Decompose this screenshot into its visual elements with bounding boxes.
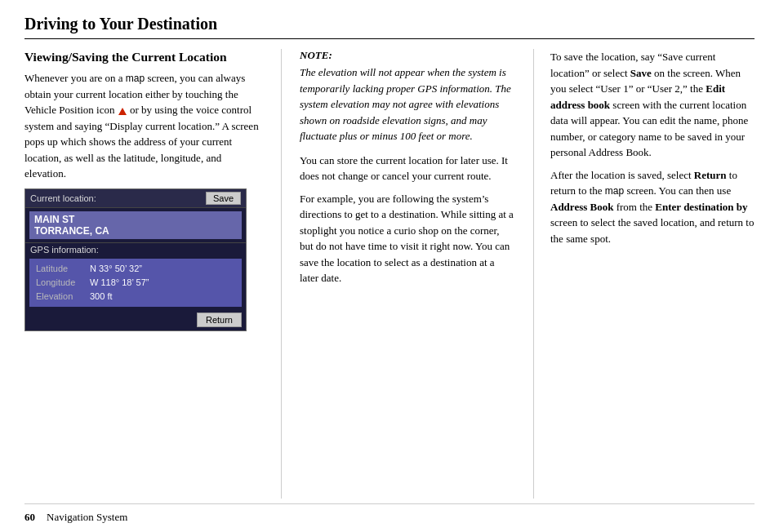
- nav-screen-footer: Return: [25, 309, 246, 330]
- mid-para2: For example, you are following the syste…: [300, 191, 515, 286]
- right-para1: To save the location, say “Save current …: [550, 49, 755, 161]
- elevation-val: 300 ft: [90, 290, 113, 304]
- location-line2: TORRANCE, CA: [34, 225, 237, 237]
- mid-column: NOTE: The elevation will not appear when…: [285, 49, 530, 499]
- nav-save-button[interactable]: Save: [206, 192, 241, 205]
- mid-para1: You can store the current location for l…: [300, 153, 515, 184]
- enter-dest-bold: Enter destination by: [655, 201, 747, 213]
- content-columns: Viewing/Saving the Current Location When…: [24, 49, 755, 499]
- nav-screen-header: Current location: Save: [25, 189, 246, 208]
- nav-return-button[interactable]: Return: [197, 313, 242, 327]
- latitude-val: N 33° 50’ 32”: [90, 262, 142, 276]
- nav-gps-data: Latitude N 33° 50’ 32” Longitude W 118° …: [29, 259, 242, 307]
- return-bold: Return: [694, 169, 727, 181]
- vehicle-position-icon: [118, 108, 127, 115]
- nav-location-box: MAIN ST TORRANCE, CA: [29, 211, 242, 239]
- elevation-row: Elevation 300 ft: [36, 290, 235, 304]
- longitude-row: Longitude W 118° 18’ 57”: [36, 276, 235, 290]
- note-text: The elevation will not appear when the s…: [300, 64, 515, 144]
- right-para2: After the location is saved, select Retu…: [550, 167, 755, 247]
- left-para1-a: Whenever you are on a: [24, 72, 126, 84]
- footer-nav-label: Navigation System: [47, 511, 127, 524]
- longitude-val: W 118° 18’ 57”: [90, 276, 149, 290]
- latitude-row: Latitude N 33° 50’ 32”: [36, 262, 235, 276]
- elevation-key: Elevation: [36, 290, 83, 304]
- location-line1: MAIN ST: [34, 214, 237, 225]
- page-number: 60: [24, 511, 35, 524]
- address-book-bold: Address Book: [550, 201, 613, 213]
- page-footer: 60 Navigation System: [24, 503, 755, 524]
- right-p2d: from the: [613, 201, 655, 213]
- left-column: Viewing/Saving the Current Location When…: [24, 49, 278, 499]
- save-bold: Save: [630, 67, 652, 79]
- right-p2a: After the location is saved, select: [550, 169, 694, 181]
- current-location-label: Current location:: [30, 193, 96, 203]
- right-p2e: screen to select the saved location, and…: [550, 216, 754, 245]
- nav-screen: Current location: Save MAIN ST TORRANCE,…: [24, 188, 247, 331]
- column-divider: [281, 49, 282, 499]
- section-title: Viewing/Saving the Current Location: [24, 49, 261, 64]
- right-column: To save the location, say “Save current …: [537, 49, 755, 499]
- gps-header: GPS information:: [25, 242, 246, 256]
- page-container: Driving to Your Destination Viewing/Savi…: [0, 0, 779, 532]
- right-p2c: screen. You can then use: [624, 184, 731, 197]
- latitude-key: Latitude: [36, 262, 83, 276]
- note-title: NOTE:: [300, 49, 515, 62]
- longitude-key: Longitude: [36, 276, 83, 290]
- map-word-right: map: [605, 185, 624, 197]
- page-title: Driving to Your Destination: [24, 15, 755, 39]
- map-word-left: map: [126, 73, 145, 84]
- left-para1: Whenever you are on a map screen, you ca…: [24, 70, 261, 182]
- column-divider-2: [533, 49, 534, 499]
